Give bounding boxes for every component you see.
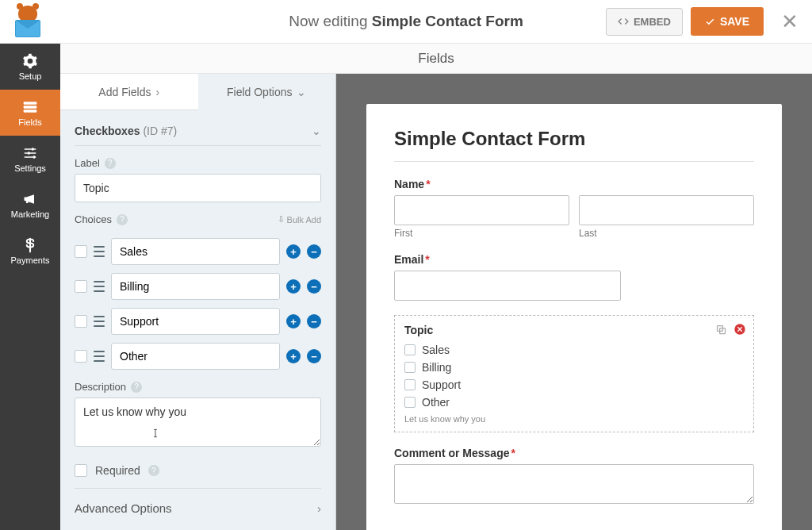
help-icon[interactable]: ? — [131, 382, 142, 393]
last-name-sublabel: Last — [579, 228, 754, 239]
field-options-header[interactable]: Checkboxes (ID #7) ⌄ — [75, 110, 321, 146]
dollar-icon — [22, 237, 38, 253]
choice-input[interactable] — [111, 273, 280, 300]
preview-canvas: Simple Contact Form Name* First Last Ema… — [336, 74, 812, 530]
add-choice-button[interactable]: + — [286, 314, 301, 328]
sidebar-item-label: Setup — [19, 71, 42, 81]
sidebar-item-label: Fields — [18, 117, 41, 127]
preview-topic-field[interactable]: Topic Sales Billing Support Other Let us… — [394, 315, 754, 432]
add-choice-button[interactable]: + — [286, 279, 301, 294]
download-icon: ⇩ — [278, 214, 285, 225]
last-name-input[interactable] — [579, 195, 754, 225]
choice-input[interactable] — [111, 308, 280, 335]
remove-choice-button[interactable]: − — [307, 349, 321, 363]
help-icon[interactable]: ? — [117, 214, 128, 225]
remove-choice-button[interactable]: − — [307, 279, 321, 294]
email-input[interactable] — [394, 271, 621, 301]
close-button[interactable]: ✕ — [781, 10, 800, 34]
preview-email-field[interactable]: Email* — [394, 253, 754, 301]
chevron-down-icon: ⌄ — [297, 86, 306, 98]
delete-icon — [733, 323, 746, 336]
comment-textarea[interactable] — [394, 464, 754, 504]
remove-choice-button[interactable]: − — [307, 244, 321, 259]
preview-choice: Sales — [404, 341, 744, 359]
chevron-down-icon: ⌄ — [312, 125, 321, 137]
field-options-panel: Add Fields › Field Options ⌄ Checkboxes … — [60, 74, 336, 530]
sidebar-item-label: Payments — [11, 255, 50, 265]
drag-handle-icon[interactable] — [94, 281, 105, 292]
description-heading: Description ? — [75, 370, 321, 398]
section-header: Fields — [60, 44, 812, 74]
code-icon — [618, 16, 629, 27]
embed-button[interactable]: EMBED — [606, 8, 683, 36]
choice-default-checkbox[interactable] — [75, 315, 87, 328]
sidebar-item-fields[interactable]: Fields — [0, 90, 60, 136]
help-icon[interactable]: ? — [105, 158, 116, 169]
preview-choice: Other — [404, 394, 744, 411]
label-heading: Label ? — [75, 146, 321, 174]
sidebar-item-payments[interactable]: Payments — [0, 228, 60, 274]
description-textarea[interactable] — [75, 398, 321, 447]
first-name-sublabel: First — [394, 228, 569, 239]
preview-name-field[interactable]: Name* First Last — [394, 178, 754, 239]
chevron-right-icon: › — [155, 86, 159, 98]
chevron-right-icon: › — [317, 501, 321, 515]
drag-handle-icon[interactable] — [94, 246, 105, 257]
advanced-options-toggle[interactable]: Advanced Options › — [75, 489, 321, 515]
drag-handle-icon[interactable] — [94, 316, 105, 327]
choice-row: + − — [75, 343, 321, 370]
sidebar-item-settings[interactable]: Settings — [0, 136, 60, 182]
sidebar-item-setup[interactable]: Setup — [0, 44, 60, 90]
first-name-input[interactable] — [394, 195, 569, 225]
wpforms-logo — [12, 6, 44, 37]
choice-row: + − — [75, 308, 321, 335]
topic-description: Let us know why you — [404, 414, 744, 424]
delete-field-button[interactable] — [733, 322, 747, 336]
top-header: Now editing Simple Contact Form EMBED SA… — [0, 0, 812, 44]
svg-point-5 — [33, 156, 35, 158]
required-row: Required ? — [75, 450, 321, 489]
svg-point-4 — [28, 152, 30, 154]
tab-field-options[interactable]: Field Options ⌄ — [198, 74, 336, 110]
duplicate-field-button[interactable] — [714, 322, 728, 336]
preview-choice: Billing — [404, 359, 744, 376]
editing-title: Now editing Simple Contact Form — [289, 13, 523, 30]
topic-label: Topic — [404, 324, 744, 336]
choice-row: + − — [75, 273, 321, 300]
tab-add-fields[interactable]: Add Fields › — [60, 74, 198, 110]
help-icon[interactable]: ? — [148, 465, 159, 476]
choice-input[interactable] — [111, 238, 280, 265]
choices-heading: Choices ? — [75, 213, 128, 225]
choice-row: + − — [75, 238, 321, 265]
choice-default-checkbox[interactable] — [75, 280, 87, 293]
bullhorn-icon — [22, 191, 38, 207]
svg-point-3 — [32, 148, 34, 150]
check-icon — [705, 17, 715, 27]
svg-rect-2 — [24, 109, 37, 112]
sliders-icon — [22, 145, 38, 161]
svg-rect-1 — [24, 106, 37, 108]
left-sidebar: Setup Fields Settings Marketing Payments — [0, 44, 60, 530]
bulk-add-button[interactable]: ⇩ Bulk Add — [278, 214, 321, 225]
copy-icon — [715, 324, 727, 336]
required-checkbox[interactable] — [75, 464, 87, 477]
remove-choice-button[interactable]: − — [307, 314, 321, 328]
add-choice-button[interactable]: + — [286, 349, 301, 363]
label-input[interactable] — [75, 174, 321, 202]
choice-default-checkbox[interactable] — [75, 350, 87, 363]
sidebar-item-marketing[interactable]: Marketing — [0, 182, 60, 228]
preview-comment-field[interactable]: Comment or Message* — [394, 447, 754, 507]
fields-icon — [22, 99, 38, 115]
gear-icon — [22, 53, 38, 69]
add-choice-button[interactable]: + — [286, 244, 301, 259]
drag-handle-icon[interactable] — [94, 351, 105, 362]
preview-choice: Support — [404, 376, 744, 394]
svg-rect-0 — [24, 102, 37, 104]
sidebar-item-label: Settings — [14, 163, 46, 173]
text-cursor-icon — [150, 426, 161, 440]
choice-default-checkbox[interactable] — [75, 245, 87, 258]
choice-input[interactable] — [111, 343, 280, 370]
save-button[interactable]: SAVE — [691, 7, 764, 36]
form-preview: Simple Contact Form Name* First Last Ema… — [366, 104, 782, 530]
sidebar-item-label: Marketing — [11, 209, 49, 219]
